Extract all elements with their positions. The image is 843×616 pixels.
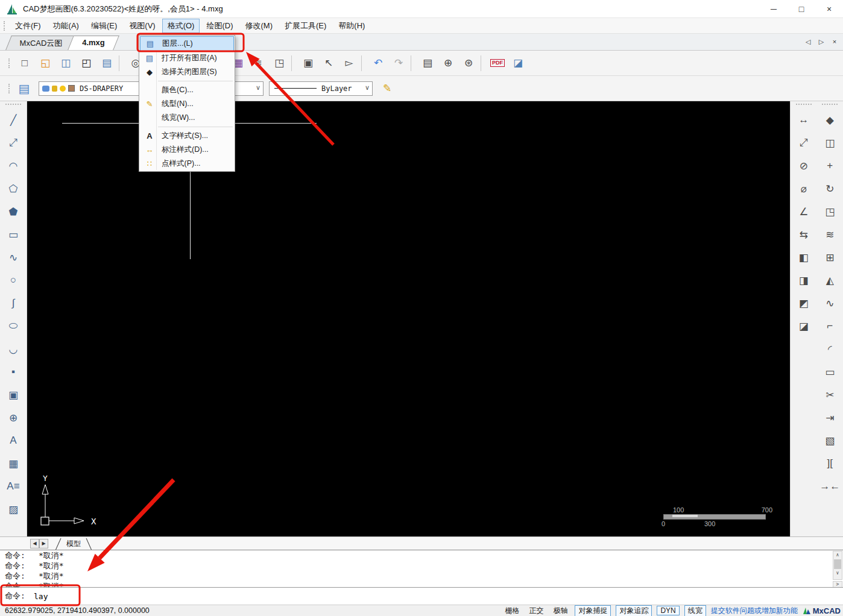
layer-style-button[interactable]: ▣ [300,55,317,72]
linetype-pencil-button[interactable]: ✎ [379,80,396,97]
image-tool[interactable]: ▦ [4,454,22,473]
menubar-item[interactable]: 功能(A) [48,19,84,33]
line-tool[interactable]: ╱ [4,111,22,129]
rotate-button[interactable]: ↻ [821,180,839,198]
spline-tool[interactable]: ∫ [4,294,22,312]
quick-pick-button[interactable]: ▻ [341,55,358,72]
revision-cloud-button[interactable]: ∿ [821,294,839,312]
status-toggle[interactable]: 线宽 [684,605,706,616]
dim-angular-button[interactable]: ∠ [795,203,813,221]
scroll-right-icon[interactable]: > [833,581,842,587]
extend-button[interactable]: ⇥ [821,409,839,427]
format-menu-item[interactable]: ▤ 打开所有图层(A) [140,51,234,65]
format-menu-item[interactable]: ▤ 图层...(L) [140,36,234,51]
menubar-item[interactable]: 视图(V) [124,19,160,33]
tab-close-button[interactable]: × [830,36,839,47]
format-menu-item[interactable]: A 文字样式(S)... [140,129,234,143]
save-all-button[interactable]: ▤ [98,55,115,72]
fillet-button[interactable]: ◜ [821,340,839,358]
break-button[interactable]: ][ [821,454,839,473]
mirror-button[interactable]: ◭ [821,271,839,289]
move-button[interactable]: + [821,157,839,175]
scroll-down-icon[interactable]: ∨ [833,570,842,577]
feedback-link[interactable]: 提交软件问题或增加新功能 [711,606,798,616]
text-tool[interactable]: A [4,432,22,450]
document-tab[interactable]: MxCAD云图 [5,36,77,50]
mtext-tool[interactable]: A≡ [4,477,22,495]
paste-clip-button[interactable]: ◩ [795,294,813,312]
dim-diameter-button[interactable]: ⌀ [795,180,813,198]
rectangle-tool[interactable]: ▭ [4,225,22,244]
close-button[interactable]: × [815,0,843,18]
open-file-button[interactable]: ◰ [78,55,95,72]
viewport-button[interactable]: ◳ [271,55,288,72]
copy-clip-button[interactable]: ◧ [795,248,813,266]
status-toggle[interactable]: 正交 [526,606,546,616]
format-menu-item[interactable]: ∷ 点样式(P)... [140,157,234,171]
menubar-item[interactable]: 文件(F) [10,19,46,33]
format-menu-item[interactable] [140,125,234,129]
menubar-item[interactable]: 绘图(D) [201,19,238,33]
format-menu-item[interactable]: 线宽(W)... [140,111,234,125]
status-toggle[interactable]: 对象捕捉 [575,605,611,616]
cut-clip-button[interactable]: ◨ [795,271,813,289]
command-input[interactable] [34,592,275,601]
format-menu-item[interactable]: 颜色(C)... [140,83,234,97]
menubar-item[interactable]: 编辑(E) [86,19,122,33]
erase-button[interactable]: ◆ [821,111,839,129]
format-menu-item[interactable]: ✎ 线型(N)... [140,97,234,111]
open-drawing-button[interactable]: ◱ [37,55,54,72]
maximize-button[interactable]: □ [788,0,815,18]
copy-button[interactable]: ◫ [821,134,839,152]
new-file-button[interactable]: □ [16,55,33,72]
status-toggle[interactable]: 对象追踪 [616,605,652,616]
menubar-item[interactable]: 修改(M) [239,19,278,33]
dim-radius-button[interactable]: ⊘ [795,157,813,175]
array-button[interactable]: ⊞ [821,248,839,266]
block-tool[interactable]: ▣ [4,386,22,404]
pdf-export-button[interactable]: PDF [489,55,506,72]
image-export-button[interactable]: ◪ [510,55,526,72]
web-open-button[interactable]: ⊛ [460,55,477,72]
scale-button[interactable]: ◳ [821,203,839,221]
model-next-button[interactable]: ▶ [39,539,48,548]
arc-tool[interactable]: ◠ [4,157,22,175]
elliptical-arc-tool[interactable]: ◡ [4,340,22,358]
join-button[interactable]: →← [821,477,839,495]
paste-block-button[interactable]: ◪ [795,317,813,335]
status-toggle[interactable]: 栅格 [502,606,522,616]
insert-block-tool[interactable]: ⊕ [4,409,22,427]
format-menu-item[interactable] [140,79,234,83]
region-button[interactable]: ▭ [821,363,839,381]
menubar-item[interactable]: 扩展工具(E) [279,19,332,33]
status-toggle[interactable]: DYN [657,606,679,615]
document-tab[interactable]: 4.mxg [68,36,119,50]
web-publish-button[interactable]: ⊕ [440,55,456,72]
print-button[interactable]: ▤ [419,55,436,72]
tab-scroll-right-button[interactable]: ▷ [816,36,826,47]
dim-aligned-button[interactable]: ⤢ [795,134,813,152]
hatch-tool[interactable]: ▨ [4,500,22,518]
format-menu-item[interactable]: ◆ 选择关闭图层(S) [140,65,234,79]
format-menu-item[interactable]: ↔ 标注样式(D)... [140,143,234,157]
circle-tool[interactable]: ○ [4,271,22,289]
save-button[interactable]: ◫ [57,55,74,72]
undo-button[interactable]: ↶ [370,55,387,72]
model-prev-button[interactable]: ◀ [30,539,39,548]
tab-scroll-left-button[interactable]: ◁ [803,36,813,47]
dim-linear-button[interactable]: ↔ [795,111,813,129]
status-toggle[interactable]: 极轴 [551,606,570,616]
construction-line-tool[interactable]: ⤢ [4,134,22,152]
box-3d-button[interactable]: ▧ [821,432,839,450]
polygon-tool[interactable]: ⬠ [4,180,22,198]
mtext-edit-button[interactable]: ≡ [250,55,267,72]
ellipse-tool[interactable]: ⬭ [4,317,22,335]
offset-button[interactable]: ≋ [821,225,839,244]
scroll-up-icon[interactable]: ∧ [833,552,842,559]
select-object-button[interactable]: ↖ [320,55,337,72]
minimize-button[interactable]: ─ [760,0,788,18]
menubar-item[interactable]: 格式(O) [162,19,200,33]
model-tab[interactable]: 模型 [55,538,92,550]
linetype-select-dropdown[interactable]: ByLayer ∨ [269,81,373,96]
redo-button[interactable]: ↷ [390,55,407,72]
